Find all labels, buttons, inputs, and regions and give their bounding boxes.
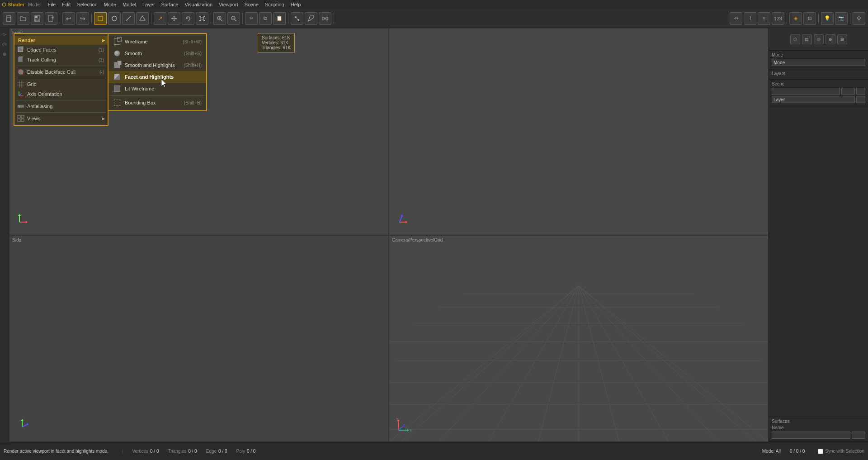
right-btn-5[interactable]: ⊞ (837, 34, 847, 44)
axis-side (16, 416, 34, 434)
sync-checkbox[interactable] (818, 449, 823, 454)
toolbar-move[interactable] (168, 12, 180, 25)
toolbar-transform[interactable]: ⌗ (758, 12, 770, 25)
right-name-input2[interactable] (852, 432, 865, 439)
menu-viewport[interactable]: Viewport (216, 1, 241, 8)
menu-track-culling[interactable]: Track Culling (1) (14, 55, 108, 65)
menu-grid[interactable]: Grid (14, 79, 108, 89)
menu-scripting[interactable]: Scripting (262, 1, 287, 8)
toolbar-scale[interactable] (196, 12, 208, 25)
left-sidebar-icon-2[interactable]: ◎ (0, 40, 9, 48)
right-btn-2[interactable]: ▤ (802, 34, 812, 44)
svg-rect-92 (18, 115, 20, 118)
poly-label: Poly (236, 449, 245, 454)
toolbar-mode-vertex[interactable] (108, 12, 121, 25)
submenu-bounding-box[interactable]: Bounding Box (Shift+B) (108, 97, 206, 109)
toolbar-select[interactable]: ↗ (154, 12, 166, 25)
right-layer-input[interactable] (772, 96, 855, 103)
right-name-input[interactable] (772, 432, 850, 439)
menu-mode[interactable]: Mode (101, 1, 119, 8)
left-sidebar: ▷ ◎ ⊕ (0, 28, 9, 451)
toolbar-open[interactable] (17, 12, 29, 25)
submenu-lit-wireframe[interactable]: Lit Wireframe (108, 83, 206, 95)
menu-render-header[interactable]: Render (14, 36, 108, 45)
right-btn-4[interactable]: ⊕ (826, 34, 835, 44)
toolbar-redo[interactable]: ↪ (76, 12, 89, 25)
right-btn-1[interactable]: ⬡ (790, 34, 800, 44)
menu-axis-orientation[interactable]: Axis Orientation (14, 89, 108, 99)
disable-backface-shortcut: (-) (99, 70, 104, 75)
toolbar-cut[interactable]: ✂ (245, 12, 258, 25)
submenu-wireframe[interactable]: Wireframe (Shift+W) (108, 36, 206, 47)
submenu-facet-highlights[interactable]: Facet and Highlights (108, 71, 206, 83)
toolbar-light[interactable]: 💡 (821, 12, 834, 25)
toolbar-rotate[interactable] (182, 12, 194, 25)
submenu-smooth[interactable]: Smooth (Shift+S) (108, 47, 206, 59)
tooltip-line-2: Vertices: 61K (262, 40, 291, 45)
edged-faces-icon (17, 46, 24, 53)
toolbar-stats[interactable]: ⊡ (803, 12, 816, 25)
toolbar-mode-edge[interactable] (122, 12, 135, 25)
svg-line-89 (19, 93, 22, 96)
menu-visualization[interactable]: Visualization (182, 1, 216, 8)
toolbar-mode-polygon[interactable] (136, 12, 149, 25)
right-scene-input[interactable] (772, 88, 840, 95)
viewport-top-right[interactable] (389, 28, 769, 235)
svg-line-59 (579, 285, 768, 441)
toolbar-zoom-selected[interactable] (227, 12, 240, 25)
right-scene-input2[interactable] (841, 88, 855, 95)
toolbar-bevel[interactable] (305, 12, 317, 25)
toolbar-new[interactable] (3, 12, 15, 25)
toolbar-numeric[interactable]: 123 (772, 12, 784, 25)
svg-line-44 (399, 217, 402, 222)
svg-line-66 (579, 285, 718, 441)
axis-perspective: X Y Z (394, 417, 412, 436)
menu-selection[interactable]: Selection (74, 1, 100, 8)
svg-marker-47 (21, 419, 24, 421)
submenu-smooth-highlights[interactable]: Smooth and Highlights (Shift+H) (108, 59, 206, 71)
edged-faces-label: Edged Faces (27, 47, 96, 52)
toolbar-render-mode[interactable]: ◈ (789, 12, 802, 25)
status-vertices: Vertices 0 / 0 (132, 449, 159, 454)
render-submenu: Wireframe (Shift+W) Smooth (Shift+S) Smo… (108, 33, 207, 111)
toolbar-saveas[interactable] (45, 12, 57, 25)
menu-help[interactable]: Help (288, 1, 304, 8)
menu-scene[interactable]: Scene (242, 1, 261, 8)
toolbar-paste[interactable]: 📋 (273, 12, 286, 25)
toolbar-undo[interactable]: ↩ (62, 12, 75, 25)
menu-file[interactable]: File (45, 1, 59, 8)
smooth-highlights-icon (113, 61, 121, 69)
left-sidebar-icon-3[interactable]: ⊕ (0, 50, 9, 58)
right-scene-input3[interactable] (856, 88, 865, 95)
viewport-bottom-right[interactable]: Camera/Perspective/Grid .gl { stroke: #5… (389, 235, 769, 442)
menu-model[interactable]: Model (120, 1, 139, 8)
menu-edit[interactable]: Edit (59, 1, 73, 8)
menu-antialiasing[interactable]: Antialiasing (14, 101, 108, 111)
menu-views[interactable]: Views (14, 114, 108, 123)
toolbar-falloff[interactable]: ⌇ (744, 12, 756, 25)
svg-rect-94 (18, 119, 20, 122)
svg-rect-4 (35, 19, 39, 21)
toolbar-copy[interactable]: ⧉ (259, 12, 272, 25)
svg-line-58 (389, 285, 579, 441)
right-scene-label: Scene (772, 81, 865, 86)
toolbar-zoom-extents[interactable] (213, 12, 226, 25)
toolbar-mode-model[interactable] (94, 12, 107, 25)
toolbar-vertex-merge[interactable] (291, 12, 303, 25)
toolbar-save[interactable] (31, 12, 43, 25)
viewport-bottom-left[interactable]: Side (9, 235, 389, 442)
toolbar-bridge[interactable] (319, 12, 331, 25)
right-btn-3[interactable]: ◎ (814, 34, 824, 44)
svg-rect-19 (201, 17, 203, 20)
menu-surface[interactable]: Surface (159, 1, 181, 8)
right-layer-input2[interactable] (856, 96, 865, 103)
toolbar-symmetry[interactable]: ⇔ (730, 12, 742, 25)
right-mode-input[interactable] (772, 59, 865, 66)
toolbar-camera[interactable]: 📷 (835, 12, 848, 25)
sync-label: Sync with Selection (825, 449, 864, 454)
toolbar-settings[interactable]: ⚙ (853, 12, 865, 25)
menu-disable-backface[interactable]: Disable Backface Cull (-) (14, 67, 108, 77)
menu-layer[interactable]: Layer (140, 1, 158, 8)
menu-edged-faces[interactable]: Edged Faces (1) (14, 45, 108, 55)
left-sidebar-icon-1[interactable]: ▷ (0, 30, 9, 38)
